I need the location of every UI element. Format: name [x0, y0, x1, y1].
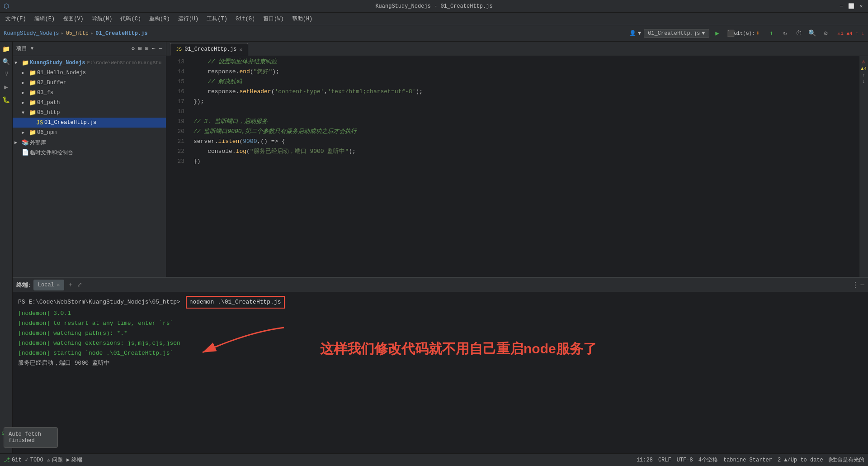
git-push-button[interactable]: ⬆: [766, 28, 777, 39]
code-line-17: });: [193, 97, 854, 107]
menu-tools[interactable]: 工具(T): [203, 14, 231, 24]
breadcrumb-root[interactable]: KuangStudy_Nodejs: [4, 30, 59, 37]
terminal-tab-close[interactable]: ✕: [57, 282, 60, 288]
git-fetch-button[interactable]: ↻: [780, 28, 791, 39]
search-button[interactable]: 🔍: [807, 28, 818, 39]
status-todo-label: TODO: [30, 457, 43, 463]
status-issues-item[interactable]: ⚠ 问题: [47, 456, 63, 464]
warnings-indicator[interactable]: ⚠1 ▲4 ↑ ↓: [838, 30, 864, 36]
run-config-label: 01_CreateHttp.js: [648, 30, 700, 37]
sidebar-gear-icon[interactable]: ⚙: [132, 45, 135, 52]
tree-item-npm[interactable]: ▶ 📁 06_npm: [13, 128, 166, 138]
terminal-status-icon: ▶: [66, 456, 70, 463]
menu-window[interactable]: 窗口(W): [259, 14, 288, 24]
terminal-tab-local[interactable]: Local ✕: [33, 280, 65, 290]
terminal-output-5: 服务已经启动，端口 9000 监听中: [18, 358, 863, 368]
menu-help[interactable]: 帮助(H): [288, 14, 316, 24]
sidebar-expand-icon[interactable]: ⊞: [138, 45, 142, 52]
status-bar: Auto fetch finished ⎇ Git ✓ TODO ⚠ 问题 ▶ …: [0, 453, 868, 466]
breadcrumb-sep1: ▸: [61, 30, 64, 37]
tree-arrow-npm: ▶: [22, 130, 29, 135]
status-vcs[interactable]: 2 ▲/Up to date: [778, 457, 823, 463]
menu-code[interactable]: 代码(C): [117, 14, 145, 24]
status-lineending[interactable]: CRLF: [658, 457, 671, 463]
status-bar-left: ⎇ Git ✓ TODO ⚠ 问题 ▶ 终端: [4, 456, 633, 464]
menu-edit[interactable]: 编辑(E): [31, 14, 59, 24]
tree-label-path: 04_path: [37, 100, 60, 106]
sidebar-header: 项目 ▼ ⚙ ⊞ ⊟ ⋯ ─: [13, 42, 166, 56]
status-todo-item[interactable]: ✓ TODO: [25, 456, 43, 463]
menu-git[interactable]: Git(G): [232, 15, 259, 23]
terminal-body[interactable]: PS E:\Code\WebStorm\KuangStudy_Nodejs\05…: [13, 292, 868, 453]
annotation-text: 这样我们修改代码就不用自己重启node服务了: [320, 344, 597, 354]
editor-tab-createhttp[interactable]: JS 01_CreateHttp.js ✕: [170, 43, 248, 56]
sidebar-hide-icon[interactable]: ─: [159, 46, 162, 52]
tree-item-http[interactable]: ▼ 📁 05_http: [13, 108, 166, 118]
tree-label-http: 05_http: [37, 109, 60, 116]
menu-refactor[interactable]: 重构(R): [146, 14, 174, 24]
tab-close-button[interactable]: ✕: [239, 47, 242, 52]
todo-icon: ✓: [25, 456, 28, 463]
vcs-icon[interactable]: ⑂: [1, 69, 12, 80]
tree-arrow-root: ▼: [14, 61, 22, 66]
editor-main-area: JS 01_CreateHttp.js ✕ 13 14 15 16 17 18 …: [166, 42, 868, 453]
breadcrumb: KuangStudy_Nodejs ▸ 05_http ▸ 01_CreateH…: [4, 30, 627, 37]
breadcrumb-file[interactable]: 01_CreateHttp.js: [95, 30, 147, 37]
project-icon[interactable]: 📁: [1, 43, 12, 54]
settings-button[interactable]: ⚙: [821, 28, 831, 39]
menu-run[interactable]: 运行(U): [175, 14, 203, 24]
terminal-minimize-button[interactable]: ─: [861, 281, 864, 289]
status-charset[interactable]: UTF-8: [677, 457, 693, 463]
user-icon-area: 👤 ▼: [629, 30, 641, 37]
run-config-selector[interactable]: 01_CreateHttp.js ▼: [644, 29, 709, 38]
status-git-label: Git: [12, 457, 22, 463]
status-terminal-label: 终端: [71, 456, 82, 464]
tree-item-lib[interactable]: ▶ 📚 外部库: [13, 138, 166, 147]
maximize-button[interactable]: ⬜: [848, 3, 854, 10]
run-icon[interactable]: ▶: [1, 81, 12, 92]
tree-item-path[interactable]: ▶ 📁 04_path: [13, 98, 166, 108]
status-issues-label: 问题: [52, 456, 63, 464]
code-line-18: [193, 107, 854, 117]
run-button[interactable]: ▶: [712, 28, 723, 39]
status-spaces[interactable]: 4个空格: [698, 456, 718, 464]
search-icon[interactable]: 🔍: [1, 56, 12, 67]
scroll-down-arrow[interactable]: ↓: [862, 79, 865, 84]
status-git-item[interactable]: ⎇ Git: [4, 456, 22, 463]
minimize-button[interactable]: ─: [838, 3, 844, 10]
window-title: KuangStudy_Nodejs - 01_CreateHttp.js: [375, 3, 492, 10]
sidebar-more-icon[interactable]: ⋯: [152, 45, 156, 52]
user-at-sign: @生命是有光的: [829, 456, 864, 464]
terminal-expand-button[interactable]: ⤢: [77, 281, 82, 289]
git-update-button[interactable]: ⬇: [753, 28, 764, 39]
tree-item-createhttp[interactable]: JS 01_CreateHttp.js: [13, 118, 166, 128]
menu-view[interactable]: 视图(V): [59, 14, 87, 24]
breadcrumb-folder[interactable]: 05_http: [66, 30, 89, 37]
toolbar-right: 👤 ▼ 01_CreateHttp.js ▼ ▶ ⬛ Git(G): ⬇ ⬆ ↻…: [629, 28, 864, 39]
scroll-up-arrow[interactable]: ↑: [862, 72, 865, 78]
title-bar: ⬡ KuangStudy_Nodejs - 01_CreateHttp.js ─…: [0, 0, 868, 13]
history-button[interactable]: ⏱: [793, 28, 804, 39]
menu-navigate[interactable]: 导航(N): [88, 14, 116, 24]
menu-file[interactable]: 文件(F): [2, 14, 30, 24]
code-line-21: server.listen(9000,() => {: [193, 137, 854, 147]
issues-icon: ⚠: [47, 456, 50, 463]
tree-item-buffer[interactable]: ▶ 📁 02_Buffer: [13, 78, 166, 88]
terminal-menu-button[interactable]: ⋮: [852, 281, 859, 290]
code-line-16: response.setHeader('content-type','text/…: [193, 87, 854, 97]
terminal-add-button[interactable]: +: [66, 281, 75, 290]
folder-icon-fs: 📁: [29, 89, 37, 96]
status-plugin[interactable]: tabnine Starter: [723, 457, 772, 463]
terminal-prompt: PS E:\Code\WebStorm\KuangStudy_Nodejs\05…: [18, 299, 180, 305]
jsfile-icon-createhttp: JS: [36, 119, 44, 126]
tree-item-fs[interactable]: ▶ 📁 03_fs: [13, 88, 166, 98]
status-terminal-item[interactable]: ▶ 终端: [66, 456, 82, 464]
tree-item-hello[interactable]: ▶ 📁 01_Hello_Nodejs: [13, 68, 166, 78]
tree-item-temp[interactable]: 📄 临时文件和控制台: [13, 147, 166, 157]
tree-item-root[interactable]: ▼ 📁 KuangStudy_Nodejs E:\Code\WebStorm\K…: [13, 58, 166, 68]
left-icons-bar: 📁 🔍 ⑂ ▶ 🐛 Git ★: [0, 42, 13, 453]
debug-icon[interactable]: 🐛: [1, 94, 12, 105]
sidebar-dropdown-arrow: ▼: [31, 46, 33, 51]
close-button[interactable]: ✕: [858, 3, 864, 10]
sidebar-collapse-icon[interactable]: ⊟: [145, 45, 148, 52]
